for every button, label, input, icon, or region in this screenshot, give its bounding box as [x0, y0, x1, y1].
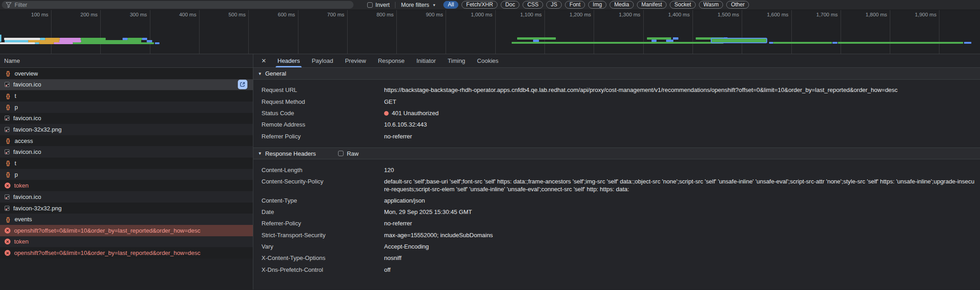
header-row: Status Code401 Unauthorized [253, 108, 980, 119]
waterfall-bar [832, 42, 837, 44]
error-icon: ✕ [5, 239, 10, 244]
fetch-json-icon: {} [5, 93, 11, 99]
request-name: favicon.ico [13, 148, 41, 155]
header-value: default-src 'self';base-uri 'self';font-… [384, 178, 980, 193]
filter-chip-media[interactable]: Media [610, 1, 634, 9]
network-filter-toolbar: Filter Invert More filters ▼ AllFetch/XH… [0, 0, 980, 10]
filter-chip-css[interactable]: CSS [523, 1, 543, 9]
request-name: access [15, 137, 33, 144]
more-filters-button[interactable]: More filters ▼ [401, 2, 436, 8]
request-row[interactable]: favicon.ico [0, 146, 253, 158]
tab-initiator[interactable]: Initiator [410, 54, 442, 67]
header-value: no-referrer [384, 220, 980, 228]
filter-chip-all[interactable]: All [443, 1, 458, 9]
filter-chip-font[interactable]: Font [565, 1, 585, 9]
request-name: t [15, 160, 16, 167]
header-key: Status Code [262, 110, 384, 117]
header-key: Vary [262, 243, 384, 251]
waterfall-bar [128, 38, 142, 40]
header-row: Referrer-Policyno-referrer [253, 218, 980, 229]
status-dot [384, 111, 389, 116]
request-row[interactable]: {}t [0, 158, 253, 169]
chevron-down-icon: ▼ [432, 3, 436, 7]
header-value: https://backstage-backstage-rhdh-operato… [384, 86, 980, 94]
timeline-label: 400 ms [149, 12, 196, 17]
image-file-icon [5, 116, 10, 121]
name-column-header[interactable]: Name [0, 54, 253, 68]
section-title: General [265, 70, 286, 77]
header-row: VaryAccept-Encoding [253, 241, 980, 253]
request-name: favicon.ico [13, 193, 41, 200]
request-row[interactable]: favicon-32x32.png [0, 124, 253, 135]
filter-chip-manifest[interactable]: Manifest [637, 1, 667, 9]
error-icon: ✕ [5, 183, 10, 188]
filter-chip-wasm[interactable]: Wasm [699, 1, 723, 9]
header-key: Request Method [262, 98, 384, 106]
waterfall-bar [155, 42, 159, 45]
header-value: 120 [384, 167, 980, 174]
section-body-response_headers: Content-Length120Content-Security-Policy… [253, 159, 980, 281]
section-header-response_headers[interactable]: ▼Response HeadersRaw [253, 148, 980, 159]
section-header-general[interactable]: ▼General [253, 68, 980, 80]
tab-preview[interactable]: Preview [339, 54, 372, 67]
request-row[interactable]: ✕token [0, 180, 253, 191]
request-row[interactable]: {}overview [0, 68, 253, 79]
tab-cookies[interactable]: Cookies [471, 54, 504, 67]
tab-timing[interactable]: Timing [442, 54, 472, 67]
timeline-label: 700 ms [297, 12, 344, 17]
header-row: Request MethodGET [253, 96, 980, 107]
headers-detail-view: ▼GeneralRequest URLhttps://backstage-bac… [253, 68, 980, 290]
request-row[interactable]: ✕openshift?offset=0&limit=10&order_by=la… [0, 225, 253, 236]
filter-chip-fetch-xhr[interactable]: Fetch/XHR [462, 1, 498, 9]
header-row: Content-Length120 [253, 164, 980, 176]
raw-toggle[interactable]: Raw [338, 150, 359, 157]
invert-checkbox[interactable]: Invert [367, 2, 390, 8]
header-key: Remote Address [262, 121, 384, 129]
waterfall-bar [838, 42, 963, 44]
header-value: Accept-Encoding [384, 243, 980, 251]
timeline-overview[interactable]: 100 ms200 ms300 ms400 ms500 ms600 ms700 … [0, 10, 980, 54]
waterfall-bar [666, 40, 673, 42]
requests-list: {}overviewfavicon.ico{}t{}pfavicon.icofa… [0, 68, 253, 259]
request-row[interactable]: favicon.ico [0, 79, 253, 91]
header-value: max-age=15552000; includeSubDomains [384, 232, 980, 239]
header-key: Date [262, 209, 384, 216]
filter-funnel-icon [6, 2, 11, 8]
filter-chip-other[interactable]: Other [726, 1, 749, 9]
header-key: Content-Type [262, 197, 384, 205]
more-filters-label: More filters [401, 2, 429, 8]
request-row[interactable]: favicon.ico [0, 113, 253, 124]
filter-chip-js[interactable]: JS [546, 1, 562, 9]
request-row[interactable]: ✕openshift?offset=0&limit=10&order_by=la… [0, 247, 253, 259]
fetch-json-icon: {} [5, 171, 11, 178]
checkbox-icon[interactable] [367, 2, 373, 8]
request-name: favicon-32x32.png [13, 205, 62, 212]
request-row[interactable]: {}t [0, 90, 253, 102]
request-name: p [15, 171, 18, 178]
image-file-icon [5, 149, 10, 154]
filter-chip-doc[interactable]: Doc [501, 1, 519, 9]
request-row[interactable]: favicon-32x32.png [0, 203, 253, 214]
waterfall-bar [40, 38, 45, 40]
request-row[interactable]: {}events [0, 214, 253, 225]
filter-input[interactable]: Filter [2, 1, 354, 9]
timeline-label: 1,000 ms [445, 12, 493, 17]
tab-response[interactable]: Response [372, 54, 410, 67]
request-row[interactable]: favicon.ico [0, 191, 253, 203]
request-row[interactable]: {}p [0, 102, 253, 113]
filter-chip-socket[interactable]: Socket [670, 1, 696, 9]
close-icon[interactable]: ✕ [258, 57, 270, 64]
timeline-label: 600 ms [248, 12, 295, 17]
network-main-area: Name {}overviewfavicon.ico{}t{}pfavicon.… [0, 54, 980, 290]
tab-payload[interactable]: Payload [306, 54, 339, 67]
request-row[interactable]: ✕token [0, 236, 253, 248]
invert-label: Invert [375, 2, 390, 8]
details-tabs: HeadersPayloadPreviewResponseInitiatorTi… [272, 54, 504, 67]
blue-arrow-badge-icon[interactable] [238, 80, 247, 89]
tab-headers[interactable]: Headers [272, 54, 306, 67]
request-row[interactable]: {}p [0, 169, 253, 180]
checkbox-icon[interactable] [338, 151, 344, 156]
filter-chip-img[interactable]: Img [588, 1, 606, 9]
header-row: Content-Security-Policydefault-src 'self… [253, 176, 980, 195]
request-row[interactable]: {}access [0, 135, 253, 147]
